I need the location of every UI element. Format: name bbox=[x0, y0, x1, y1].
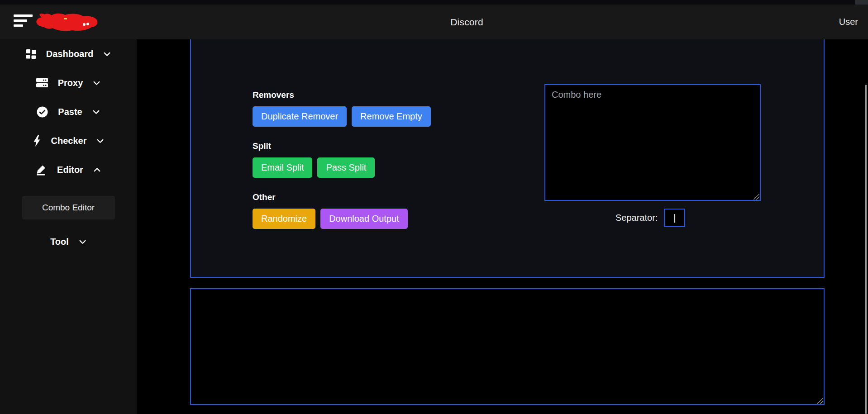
remove-empty-button[interactable]: Remove Empty bbox=[352, 106, 431, 127]
sidebar-item-dashboard[interactable]: Dashboard bbox=[0, 39, 137, 68]
check-circle-icon bbox=[37, 106, 48, 118]
sidebar-item-label: Paste bbox=[58, 107, 82, 117]
separator-row: Separator: bbox=[615, 209, 685, 227]
output-panel bbox=[190, 288, 825, 405]
pencil-icon bbox=[36, 164, 47, 176]
lightning-bolt-icon bbox=[33, 135, 41, 147]
server-stack-icon bbox=[36, 78, 48, 88]
section-title: Removers bbox=[253, 90, 431, 100]
main-content: Removers Duplicate Remover Remove Empty … bbox=[137, 39, 868, 414]
chevron-down-icon bbox=[92, 108, 100, 116]
chevron-down-icon bbox=[93, 79, 100, 87]
chevron-up-icon bbox=[93, 166, 101, 174]
sidebar-item-checker[interactable]: Checker bbox=[0, 126, 137, 155]
sidebar-item-label: Editor bbox=[57, 165, 83, 175]
page-title: Discord bbox=[0, 5, 868, 39]
randomize-button[interactable]: Randomize bbox=[253, 209, 315, 229]
section-title: Split bbox=[253, 141, 431, 151]
sidebar-item-label: Tool bbox=[50, 237, 69, 247]
combo-editor-panel: Removers Duplicate Remover Remove Empty … bbox=[190, 39, 825, 278]
sidebar-item-proxy[interactable]: Proxy bbox=[0, 68, 137, 97]
sidebar-subitem-combo-editor[interactable]: Combo Editor bbox=[22, 196, 115, 219]
user-menu[interactable]: User bbox=[839, 5, 858, 39]
sidebar-item-label: Checker bbox=[51, 136, 87, 146]
removers-section: Removers Duplicate Remover Remove Empty bbox=[253, 90, 431, 127]
sidebar-item-tool[interactable]: Tool bbox=[0, 227, 137, 256]
chevron-down-icon bbox=[96, 137, 104, 145]
dashboard-grid-icon bbox=[26, 49, 36, 59]
separator-label: Separator: bbox=[615, 213, 658, 223]
combo-input-textarea[interactable] bbox=[544, 84, 761, 201]
duplicate-remover-button[interactable]: Duplicate Remover bbox=[253, 106, 347, 127]
other-section: Other Randomize Download Output bbox=[253, 192, 431, 229]
pass-split-button[interactable]: Pass Split bbox=[317, 157, 375, 178]
email-split-button[interactable]: Email Split bbox=[253, 157, 312, 178]
sidebar-item-editor[interactable]: Editor bbox=[0, 155, 137, 184]
top-navbar: Discord User bbox=[0, 5, 868, 39]
window-top-strip bbox=[0, 0, 868, 5]
sidebar-item-paste[interactable]: Paste bbox=[0, 97, 137, 126]
separator-input[interactable] bbox=[664, 209, 685, 227]
sidebar-item-label: Proxy bbox=[58, 78, 83, 88]
section-title: Other bbox=[253, 192, 431, 202]
page-scrollbar[interactable] bbox=[865, 85, 867, 414]
editor-tools: Removers Duplicate Remover Remove Empty … bbox=[253, 90, 431, 243]
window-top-corner bbox=[855, 0, 868, 5]
chevron-down-icon bbox=[103, 50, 111, 58]
combo-input-wrapper bbox=[544, 84, 761, 201]
sidebar: Dashboard Proxy Paste C bbox=[0, 39, 137, 414]
output-textarea[interactable] bbox=[190, 288, 825, 405]
download-output-button[interactable]: Download Output bbox=[320, 209, 408, 229]
sidebar-item-label: Dashboard bbox=[46, 49, 93, 59]
chevron-down-icon bbox=[79, 238, 86, 246]
split-section: Split Email Split Pass Split bbox=[253, 141, 431, 178]
